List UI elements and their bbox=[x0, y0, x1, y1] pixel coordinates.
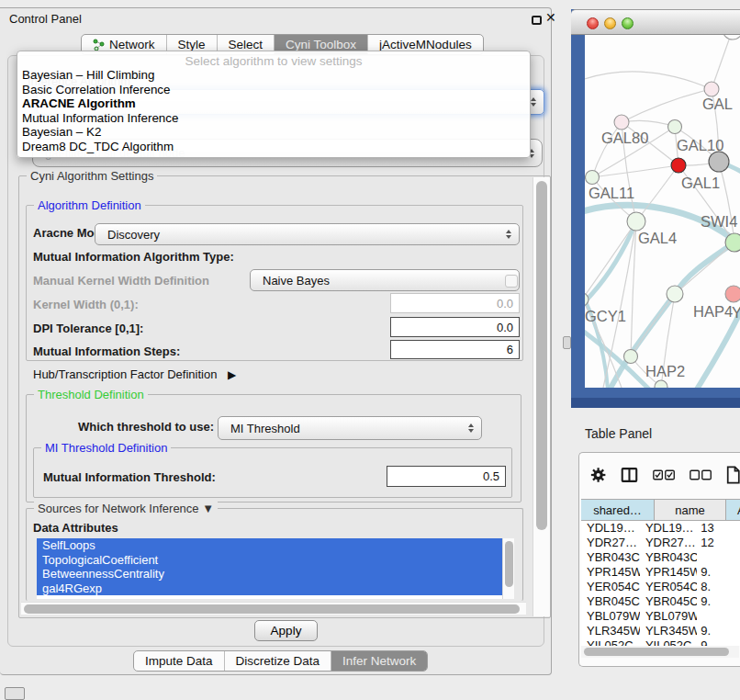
table-row[interactable]: YDL19…YDL19…13 bbox=[581, 521, 740, 536]
table-row[interactable]: YPR145WYPR145W9. bbox=[581, 565, 740, 580]
network-node[interactable] bbox=[725, 233, 740, 252]
table-cell: YLR345W bbox=[581, 624, 640, 638]
scrollbar-thumb[interactable] bbox=[505, 541, 513, 587]
hub-definition-expander[interactable]: Hub/Transcription Factor Definition ▶ bbox=[33, 367, 236, 381]
scrollbar-thumb[interactable] bbox=[584, 648, 729, 656]
scrollbar-thumb[interactable] bbox=[536, 181, 547, 530]
tab-infer-network[interactable]: Infer Network bbox=[331, 651, 427, 671]
network-node[interactable] bbox=[586, 171, 600, 185]
data-attributes-list[interactable]: SelfLoopsTopologicalCoefficientBetweenne… bbox=[37, 538, 502, 599]
table-cell: 8. bbox=[697, 580, 740, 594]
network-node[interactable] bbox=[704, 82, 719, 96]
algorithm-option-bayesian-hill-climbing[interactable]: Bayesian – Hill Climbing bbox=[17, 68, 530, 83]
settings-horizontal-scrollbar[interactable] bbox=[21, 602, 526, 615]
deselect-all-checkboxes-icon[interactable] bbox=[690, 469, 712, 481]
network-window-titlebar[interactable] bbox=[571, 9, 740, 35]
float-window-icon[interactable] bbox=[532, 16, 542, 25]
minimize-traffic-light-icon[interactable] bbox=[604, 17, 616, 29]
attribute-item-betweennesscentrality[interactable]: BetweennessCentrality bbox=[37, 567, 502, 581]
network-edge[interactable] bbox=[675, 243, 734, 294]
panel-splitter-handle[interactable] bbox=[563, 336, 571, 349]
algorithm-option-aracne-algorithm[interactable]: ARACNE Algorithm bbox=[17, 96, 530, 111]
select-all-checkboxes-icon[interactable] bbox=[653, 469, 675, 481]
table-row[interactable]: YLR345WYLR345W9. bbox=[581, 624, 740, 638]
tab-impute-data[interactable]: Impute Data bbox=[134, 651, 224, 671]
tab-label: Impute Data bbox=[145, 654, 213, 668]
application-screen: Control Panel ✕ NetworkStyleSelectCyni T… bbox=[0, 0, 740, 700]
which-threshold-label: Which threshold to use: bbox=[78, 420, 214, 434]
split-columns-icon[interactable] bbox=[621, 466, 638, 484]
gear-icon[interactable] bbox=[590, 466, 606, 484]
table-toolbar bbox=[579, 453, 740, 497]
aracne-mode-combobox[interactable]: Discovery bbox=[95, 223, 520, 245]
network-node[interactable] bbox=[627, 212, 645, 231]
network-edge[interactable] bbox=[592, 165, 678, 177]
table-cell: 9. bbox=[697, 594, 740, 609]
column-header-shared[interactable]: shared… bbox=[581, 500, 655, 520]
algorithm-option-bayesian-k2[interactable]: Bayesian – K2 bbox=[17, 125, 530, 140]
network-node[interactable] bbox=[667, 286, 683, 302]
attribute-item-selfloops[interactable]: SelfLoops bbox=[37, 538, 502, 553]
sources-group: Sources for Network Inference ▼ Data Att… bbox=[26, 508, 523, 601]
network-edge[interactable] bbox=[585, 72, 712, 89]
table-row[interactable]: YBR045CYBR045C9. bbox=[581, 594, 740, 609]
mi-threshold-value: 0.5 bbox=[483, 469, 499, 483]
threshold-definition-group: Threshold Definition Which threshold to … bbox=[26, 394, 521, 502]
network-node[interactable] bbox=[624, 350, 638, 364]
table-row[interactable]: YDR27…YDR27…12 bbox=[581, 536, 740, 550]
node-label: GAL4 bbox=[638, 230, 677, 246]
algorithm-option-basic-correlation-inference[interactable]: Basic Correlation Inference bbox=[17, 83, 530, 97]
tab-label: Network bbox=[109, 38, 155, 51]
network-node[interactable] bbox=[655, 380, 667, 388]
close-panel-icon[interactable]: ✕ bbox=[545, 10, 556, 25]
network-edge[interactable] bbox=[712, 35, 733, 89]
network-node[interactable] bbox=[725, 286, 740, 302]
table-cell: 9. bbox=[697, 624, 740, 638]
algorithm-definition-group: Algorithm Definition Aracne Mode: Discov… bbox=[26, 205, 523, 361]
collapse-arrow-icon[interactable]: ▼ bbox=[202, 502, 214, 515]
zoom-traffic-light-icon[interactable] bbox=[622, 17, 633, 29]
table-row[interactable]: YIL052CYIL052C9. bbox=[581, 638, 740, 646]
attributes-list-scrollbar[interactable] bbox=[502, 538, 514, 599]
table-cell: YBR043C bbox=[640, 550, 697, 565]
network-node[interactable] bbox=[723, 35, 740, 40]
network-edge[interactable] bbox=[585, 221, 636, 299]
manual-kernel-checkbox[interactable] bbox=[505, 275, 518, 288]
mi-type-combobox[interactable]: Naive Bayes bbox=[250, 269, 520, 291]
scrollbar-thumb[interactable] bbox=[24, 604, 520, 614]
table-row[interactable]: YER054CYER054C8. bbox=[581, 580, 740, 594]
which-threshold-combobox[interactable]: MI Threshold bbox=[218, 416, 482, 440]
attribute-item-topologicalcoefficient[interactable]: TopologicalCoefficient bbox=[37, 553, 502, 568]
table-cell: YBR045C bbox=[640, 594, 697, 609]
algorithm-option-dream8-dc-tdc-algorithm[interactable]: Dream8 DC_TDC Algorithm bbox=[17, 140, 530, 154]
network-edge[interactable] bbox=[622, 89, 712, 122]
table-row[interactable]: YBL079WYBL079W bbox=[581, 609, 740, 624]
column-header-name[interactable]: name bbox=[655, 500, 726, 520]
file-icon[interactable] bbox=[726, 465, 740, 485]
column-header-a[interactable]: A bbox=[726, 500, 740, 520]
expand-arrow-icon[interactable]: ▶ bbox=[228, 368, 236, 381]
which-threshold-value: MI Threshold bbox=[230, 422, 300, 435]
algorithm-option-mutual-information-inference[interactable]: Mutual Information Inference bbox=[17, 111, 530, 126]
tab-discretize-data[interactable]: Discretize Data bbox=[224, 651, 331, 671]
settings-vertical-scrollbar[interactable] bbox=[533, 177, 550, 616]
network-node[interactable] bbox=[671, 158, 686, 173]
table-horizontal-scrollbar[interactable] bbox=[581, 646, 739, 658]
network-canvas[interactable]: GALGAL80GAL10GAL1GAL11GAL4SWI4GCY1HAP4YH… bbox=[585, 35, 740, 388]
minimized-panel-icon[interactable] bbox=[5, 687, 25, 700]
attribute-item-gal4rgexp[interactable]: gal4RGexp bbox=[37, 581, 502, 596]
table-row[interactable]: YBR043CYBR043C bbox=[581, 550, 740, 565]
kernel-width-field[interactable]: 0.0 bbox=[390, 293, 520, 313]
tab-label: Style bbox=[178, 38, 206, 51]
apply-button[interactable]: Apply bbox=[254, 620, 318, 641]
mi-threshold-field[interactable]: 0.5 bbox=[387, 466, 506, 487]
network-edge[interactable] bbox=[631, 221, 636, 356]
dpi-tolerance-label: DPI Tolerance [0,1]: bbox=[33, 322, 143, 335]
network-node[interactable] bbox=[709, 152, 729, 172]
dpi-tolerance-field[interactable]: 0.0 bbox=[390, 317, 520, 337]
close-traffic-light-icon[interactable] bbox=[587, 17, 599, 29]
network-edge[interactable] bbox=[622, 120, 675, 127]
network-node[interactable] bbox=[668, 120, 682, 134]
network-node[interactable] bbox=[614, 115, 629, 130]
mi-steps-field[interactable]: 6 bbox=[390, 340, 520, 359]
